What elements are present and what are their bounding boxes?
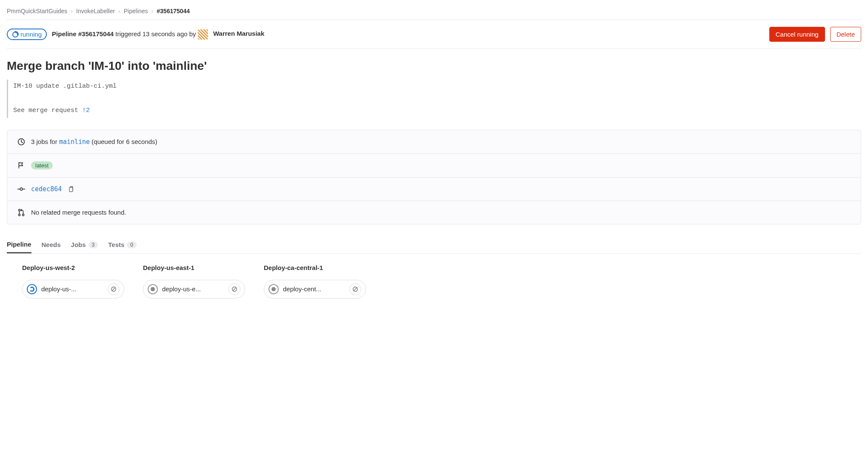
commit-message-line: IM-10 update .gitlab-ci.yml [13,80,861,93]
status-badge-label: running [20,31,42,38]
pipeline-stages: Deploy-us-west-2 deploy-us-... Deploy-us… [7,254,861,299]
svg-rect-5 [69,187,73,192]
tab-pipeline[interactable]: Pipeline [7,236,31,253]
pipeline-id: Pipeline #356175044 [52,30,114,37]
pipeline-title: Pipeline #356175044 triggered 13 seconds… [52,29,264,40]
cancel-icon [352,286,358,292]
chevron-right-icon: › [71,8,73,14]
username-link[interactable]: Warren Marusiak [213,30,264,37]
copy-icon[interactable] [68,186,74,192]
breadcrumb-item[interactable]: Pipelines [124,8,148,14]
tab-jobs[interactable]: Jobs 3 [71,236,98,253]
clock-icon [17,138,25,146]
tab-tests[interactable]: Tests 0 [108,236,137,253]
tab-needs[interactable]: Needs [42,236,61,253]
breadcrumb-current: #356175044 [157,8,190,14]
svg-point-8 [22,214,24,215]
stage-column: Deploy-us-west-2 deploy-us-... [22,264,124,299]
svg-point-6 [18,209,20,211]
chevron-right-icon: › [151,8,154,14]
job-name: deploy-cent... [283,285,321,293]
flag-icon [17,161,25,169]
stage-title: Deploy-ca-central-1 [264,264,366,271]
running-icon [27,284,37,294]
commit-message: IM-10 update .gitlab-ci.yml See merge re… [7,80,861,118]
info-row-commit: cedec864 [7,178,861,201]
pending-icon [148,284,158,294]
svg-line-10 [112,287,115,290]
stage-column: Deploy-us-east-1 deploy-us-e... [143,264,245,299]
job-pill[interactable]: deploy-us-e... [143,280,245,299]
commit-sha-link[interactable]: cedec864 [31,185,62,193]
latest-badge: latest [31,161,53,169]
pipeline-header: running Pipeline #356175044 triggered 13… [7,20,861,49]
pipeline-info-box: 3 jobs for mainline (queued for 6 second… [7,130,861,224]
cancel-job-button[interactable] [228,283,240,295]
cancel-job-button[interactable] [349,283,361,295]
stage-title: Deploy-us-west-2 [22,264,124,271]
svg-line-12 [233,287,236,290]
tab-count: 0 [127,241,137,248]
cancel-icon [231,286,237,292]
svg-point-7 [18,214,20,215]
breadcrumb-item[interactable]: InvokeLabeller [76,8,115,14]
cancel-job-button[interactable] [108,283,120,295]
mr-status-text: No related merge requests found. [31,209,126,216]
delete-button[interactable]: Delete [830,27,861,42]
cancel-running-button[interactable]: Cancel running [769,27,825,42]
pending-icon [268,284,279,294]
tabs: Pipeline Needs Jobs 3 Tests 0 [7,236,861,254]
info-row-jobs: 3 jobs for mainline (queued for 6 second… [7,130,861,154]
branch-link[interactable]: mainline [59,138,90,146]
job-pill[interactable]: deploy-cent... [264,280,366,299]
status-badge[interactable]: running [7,29,47,40]
job-pill[interactable]: deploy-us-... [22,280,124,299]
breadcrumb: PmmQuickStartGuides › InvokeLabeller › P… [7,5,861,20]
cancel-icon [111,286,117,292]
job-name: deploy-us-e... [162,285,201,293]
stage-title: Deploy-us-east-1 [143,264,245,271]
chevron-right-icon: › [118,8,120,14]
svg-line-14 [354,287,357,290]
svg-point-2 [20,188,23,190]
commit-icon [17,185,25,193]
merge-request-icon [17,209,25,216]
page-title: Merge branch 'IM-10' into 'mainline' [7,59,861,73]
running-icon [12,31,19,38]
tab-count: 3 [89,241,98,248]
stage-column: Deploy-ca-central-1 deploy-cent... [264,264,366,299]
breadcrumb-item[interactable]: PmmQuickStartGuides [7,8,67,14]
job-name: deploy-us-... [41,285,77,293]
merge-request-link[interactable]: !2 [82,107,90,114]
info-row-mr: No related merge requests found. [7,201,861,224]
commit-message-line: See merge request !2 [13,105,861,117]
info-row-flags: latest [7,154,861,178]
avatar[interactable] [198,29,208,40]
